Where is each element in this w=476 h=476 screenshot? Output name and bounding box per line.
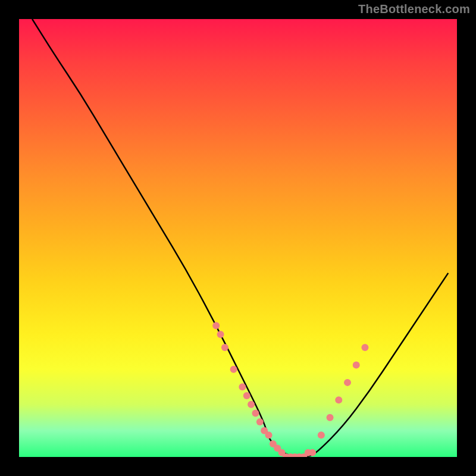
data-point bbox=[309, 449, 316, 456]
data-point bbox=[265, 431, 273, 439]
data-point bbox=[335, 396, 342, 403]
data-point bbox=[221, 344, 228, 351]
watermark-text: TheBottleneck.com bbox=[358, 2, 470, 16]
data-point bbox=[212, 322, 220, 329]
curve-line bbox=[32, 19, 448, 457]
data-point bbox=[239, 383, 246, 390]
data-point bbox=[256, 418, 264, 425]
data-point bbox=[230, 366, 237, 373]
data-point bbox=[243, 392, 250, 399]
data-point bbox=[361, 344, 368, 351]
data-point bbox=[344, 379, 351, 386]
data-point bbox=[353, 361, 360, 368]
data-point bbox=[318, 431, 325, 439]
chart-series-group bbox=[32, 19, 448, 457]
chart-svg bbox=[19, 19, 457, 457]
data-point bbox=[217, 331, 224, 338]
data-point bbox=[248, 401, 255, 408]
data-point bbox=[252, 409, 259, 416]
data-point bbox=[327, 414, 334, 421]
chart-stage: TheBottleneck.com bbox=[0, 0, 476, 476]
